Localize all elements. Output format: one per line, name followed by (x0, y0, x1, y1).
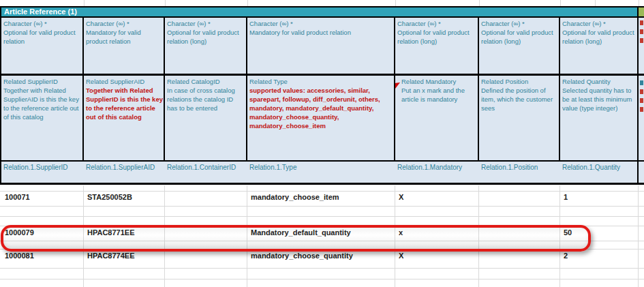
type-cell-catalogid[interactable]: Character (∞) * Optional for valid produ… (165, 18, 247, 74)
sheet-gridline (639, 0, 639, 6)
column-description: Together with Related SupplierID is this… (86, 86, 163, 121)
type-cell-supplieraid[interactable]: Character (∞) * Mandatory for valid prod… (84, 18, 165, 74)
field-cell-position[interactable]: Relation.1.Position (479, 162, 560, 183)
sheet-gridline (247, 0, 248, 6)
datatype-text: Character (∞) * (481, 19, 558, 28)
sheet-gridline (395, 0, 396, 6)
comment-flag-icon (395, 82, 401, 89)
field-name: Relation.1.Type (249, 164, 297, 171)
datatype-text: Character (∞) * (249, 19, 393, 28)
table-border (0, 74, 644, 76)
table-row: 1000081 HPAC8774EE mandatory_choose_quan… (0, 250, 644, 265)
gridline-h (0, 206, 644, 207)
cell-quantity[interactable]: 1 (560, 191, 637, 201)
column-name: Related Mandatory (401, 77, 477, 86)
clipped-text-fragment (640, 38, 643, 43)
desc-cell-quantity[interactable]: Related Quantity Selected quantity has t… (560, 76, 637, 160)
column-description: In case of cross catalog relations the c… (167, 86, 245, 112)
type-cell-quantity[interactable]: Character (∞) * Optional for valid produ… (560, 18, 637, 74)
sheet-gridline (560, 0, 561, 6)
type-cell-mandatory[interactable]: Character (∞) * Optional for valid produ… (395, 18, 479, 74)
cell-mandatory[interactable]: X (395, 191, 479, 201)
column-border (82, 18, 84, 162)
type-cell-position[interactable]: Character (∞) * Optional for valid produ… (479, 18, 560, 74)
field-name: Relation.1.SupplierID (3, 164, 68, 171)
clipped-text-fragment (640, 29, 643, 34)
column-description: Defined the position of item, which the … (481, 86, 558, 112)
table-title: Article Reference (1) (4, 7, 77, 16)
table-border (0, 160, 644, 162)
column-name: Related Type (249, 77, 393, 86)
column-name: Related Quantity (562, 77, 635, 86)
desc-cell-mandatory[interactable]: Related Mandatory Put an x mark and the … (395, 76, 479, 160)
column-border (394, 18, 395, 162)
clipped-text-fragment (640, 20, 643, 25)
desc-cell-position[interactable]: Related Position Defined the position of… (479, 76, 560, 160)
requirement-text: Optional for valid product relation (lon… (562, 28, 635, 46)
clipped-text-fragment (640, 98, 643, 103)
column-name: Related SupplierID (3, 77, 82, 86)
field-cell-type[interactable]: Relation.1.Type (247, 162, 395, 183)
column-description: Together with Related SupplierAID is thi… (3, 86, 82, 121)
column-border (246, 18, 247, 162)
spreadsheet: Article Reference (1) Character (∞) * Op… (0, 0, 644, 287)
datatype-text: Character (∞) * (86, 19, 163, 28)
table-title-cell[interactable]: Article Reference (1) (1, 7, 637, 16)
desc-cell-catalogid[interactable]: Related CatalogID In case of cross catal… (165, 76, 247, 160)
datatype-text: Character (∞) * (562, 19, 635, 28)
table-row: 100071 STA250052B mandatory_choose_item … (0, 191, 644, 206)
table-border-left (0, 6, 1, 185)
table-border-bottom (0, 183, 644, 185)
cell-supplier-id[interactable]: 100071 (1, 191, 84, 201)
sheet-gridline (165, 0, 166, 6)
sheet-gridline (84, 0, 85, 6)
desc-cell-supplierid[interactable]: Related SupplierID Together with Related… (1, 76, 84, 160)
cell-supplier-aid[interactable]: STA250052B (84, 191, 165, 201)
field-name: Relation.1.ContainerID (167, 164, 236, 171)
gridline-h (0, 216, 644, 217)
clipped-text-fragment (640, 107, 643, 112)
datatype-text: Character (∞) * (3, 19, 82, 28)
field-name: Relation.1.SupplierAID (86, 164, 155, 171)
type-cell-supplierid[interactable]: Character (∞) * Optional for valid produ… (1, 18, 84, 74)
gridline-h (0, 268, 644, 269)
column-description: supported values: accessories, similar, … (249, 86, 393, 130)
desc-cell-supplieraid[interactable]: Related SupplierAID Together with Relate… (84, 76, 165, 160)
field-cell-supplierid[interactable]: Relation.1.SupplierID (1, 162, 84, 183)
field-cell-quantity[interactable]: Relation.1.Quantity (560, 162, 637, 183)
table-border (0, 16, 644, 18)
clipped-text-fragment (640, 80, 643, 85)
cell-position[interactable] (479, 191, 560, 193)
highlight-annotation (1, 225, 591, 252)
sheet-gridline (595, 0, 596, 6)
column-description: Put an x mark and the article is mandato… (401, 86, 477, 104)
column-name: Related SupplierAID (86, 77, 163, 86)
requirement-text: Mandatory for valid product relation (86, 28, 163, 46)
field-name: Relation.1.Mandatory (397, 164, 462, 171)
requirement-text: Mandatory for valid product relation (249, 28, 393, 37)
desc-cell-type[interactable]: Related Type supported values: accessori… (247, 76, 395, 160)
requirement-text: Optional for valid product relation (3, 28, 82, 46)
requirement-text: Optional for valid product relation (lon… (481, 28, 558, 46)
sheet-gridline (479, 0, 480, 6)
column-description: Selected quantity has to be at least thi… (562, 86, 635, 112)
field-cell-supplieraid[interactable]: Relation.1.SupplierAID (84, 162, 160, 183)
cell-container-id[interactable] (165, 191, 247, 193)
field-name: Relation.1.Quantity (562, 164, 620, 171)
column-name: Related CatalogID (167, 77, 245, 86)
cell-type[interactable]: mandatory_choose_item (247, 191, 395, 201)
table-border-top (0, 6, 644, 7)
field-cell-mandatory[interactable]: Relation.1.Mandatory (395, 162, 479, 183)
column-border (478, 18, 479, 162)
type-cell-type[interactable]: Character (∞) * Mandatory for valid prod… (247, 18, 395, 74)
gridline-h (0, 279, 644, 280)
field-cell-containerid[interactable]: Relation.1.ContainerID (165, 162, 241, 183)
column-border (559, 18, 560, 162)
field-name: Relation.1.Position (481, 164, 538, 171)
datatype-text: Character (∞) * (397, 19, 477, 28)
column-border (164, 18, 165, 162)
requirement-text: Optional for valid product relation (lon… (397, 28, 477, 46)
clipped-text-fragment (640, 89, 643, 94)
truncated-column-header (639, 7, 644, 16)
column-name: Related Position (481, 77, 558, 86)
